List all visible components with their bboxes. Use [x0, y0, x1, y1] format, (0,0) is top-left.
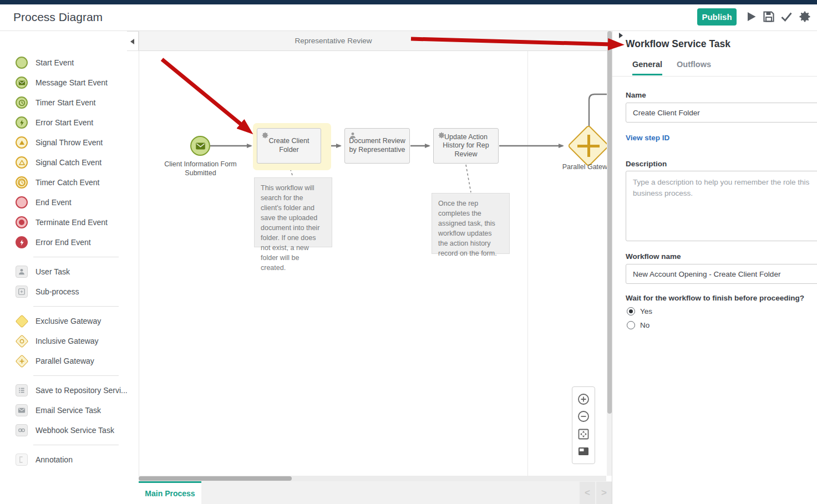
canvas-horizontal-scrollbar[interactable]: [139, 476, 606, 481]
signal-catch-event-icon: [16, 156, 28, 169]
palette-item-signal-catch-event[interactable]: Signal Catch Event: [0, 152, 139, 172]
radio-yes[interactable]: [627, 307, 635, 315]
annotation-update-history[interactable]: Once the rep completes the assigned task…: [432, 193, 510, 254]
terminate-end-event-icon: [16, 216, 28, 228]
zoom-out-icon[interactable]: [577, 410, 590, 423]
palette-item-start-event[interactable]: Start Event: [0, 53, 139, 73]
user-task-icon: [16, 266, 28, 278]
validate-icon[interactable]: [780, 10, 793, 23]
publish-button[interactable]: Publish: [697, 8, 737, 26]
palette-item-message-start-event[interactable]: Message Start Event: [0, 73, 139, 93]
palette-item-timer-catch-event[interactable]: Timer Catch Event: [0, 172, 139, 192]
properties-panel: Workflow Service Task General Outflows N…: [612, 31, 817, 504]
shape-palette: Start Event Message Start Event Timer St…: [0, 31, 139, 504]
error-start-event-icon: [16, 116, 28, 129]
palette-item-error-end-event[interactable]: Error End Event: [0, 232, 139, 252]
name-label: Name: [626, 91, 646, 99]
palette-item-user-task[interactable]: User Task: [0, 262, 139, 282]
task-create-client-folder[interactable]: Create Client Folder: [257, 128, 321, 164]
process-tab-bar: Main Process < >: [139, 481, 612, 504]
sub-process-icon: [16, 286, 28, 298]
task-update-action-history[interactable]: Update Action History for Rep Review: [433, 128, 499, 164]
exclusive-gateway-icon: [15, 314, 28, 328]
connector-layer: [139, 31, 612, 476]
palette-divider: [33, 375, 119, 376]
canvas-vertical-scrollbar[interactable]: [607, 31, 612, 476]
description-placeholder: Type a description to help you remember …: [633, 177, 817, 188]
palette-divider: [33, 445, 119, 445]
horizontal-scroll-thumb[interactable]: [139, 476, 292, 481]
palette-item-signal-throw-event[interactable]: Signal Throw Event: [0, 133, 139, 152]
description-textarea[interactable]: Type a description to help you remember …: [626, 171, 817, 241]
user-task-person-icon: [349, 131, 357, 139]
message-start-event-icon: [16, 77, 28, 89]
wait-option-yes[interactable]: Yes: [627, 307, 652, 315]
signal-throw-event-icon: [16, 136, 28, 149]
vertical-scroll-thumb[interactable]: [607, 31, 612, 414]
error-end-event-icon: [16, 236, 28, 248]
inclusive-gateway-icon: [15, 334, 28, 348]
parallel-gateway-label: Parallel Gateway: [547, 162, 612, 171]
tab-outflows[interactable]: Outflows: [677, 60, 711, 75]
start-event-icon: [16, 57, 28, 69]
collapse-palette-button[interactable]: [127, 31, 139, 51]
wait-option-no[interactable]: No: [627, 321, 649, 329]
lane-title: Representative Review: [139, 31, 527, 51]
save-to-repository-icon: [16, 384, 28, 396]
zoom-controls: [572, 386, 595, 464]
name-input[interactable]: [626, 103, 817, 123]
palette-item-error-start-event[interactable]: Error Start Event: [0, 113, 139, 133]
end-event-icon: [16, 196, 28, 208]
annotation-create-folder[interactable]: This workflow will search for the client…: [254, 177, 332, 247]
palette-item-end-event[interactable]: End Event: [0, 192, 139, 212]
start-event-label: Client Information Form Submitted: [160, 160, 241, 178]
timer-catch-event-icon: [16, 176, 28, 189]
palette-item-timer-start-event[interactable]: Timer Start Event: [0, 93, 139, 113]
view-step-id-link[interactable]: View step ID: [626, 134, 669, 142]
panel-title: Workflow Service Task: [626, 38, 730, 50]
service-task-gear-icon: [261, 131, 269, 139]
collapse-panel-icon[interactable]: [618, 32, 623, 39]
lane-header: Representative Review: [139, 31, 607, 51]
webhook-service-icon: [16, 424, 28, 436]
workflow-name-label: Workflow name: [626, 252, 681, 261]
palette-item-parallel-gateway[interactable]: Parallel Gateway: [0, 351, 139, 371]
palette-divider: [33, 257, 119, 257]
lane-divider: [527, 31, 528, 476]
palette-item-inclusive-gateway[interactable]: Inclusive Gateway: [0, 331, 139, 351]
fit-view-icon[interactable]: [577, 427, 590, 441]
email-service-icon: [16, 404, 28, 416]
wait-question-label: Wait for the workflow to finish before p…: [626, 294, 804, 302]
timer-start-event-icon: [16, 96, 28, 109]
palette-item-annotation[interactable]: Annotation: [0, 450, 139, 470]
tab-main-process[interactable]: Main Process: [139, 481, 201, 504]
page-title: Process Diagram: [13, 11, 103, 24]
run-icon[interactable]: [744, 10, 758, 23]
tab-general[interactable]: General: [632, 60, 662, 75]
palette-item-email-service[interactable]: Email Service Task: [0, 400, 139, 420]
panel-tabs: General Outflows: [632, 60, 711, 75]
annotation-icon: [16, 454, 28, 466]
task-document-review[interactable]: Document Review by Representative: [344, 128, 410, 164]
settings-icon[interactable]: [798, 10, 811, 23]
tab-scroll-left-button[interactable]: <: [580, 482, 595, 504]
tab-scroll-right-button[interactable]: >: [596, 482, 612, 504]
workflow-name-input[interactable]: [626, 264, 817, 284]
minimap-icon[interactable]: [577, 445, 590, 458]
palette-item-sub-process[interactable]: Sub-process: [0, 282, 139, 302]
diagram-canvas[interactable]: Representative Review Client Information…: [139, 31, 612, 476]
panel-tab-divider: [612, 76, 817, 77]
palette-item-exclusive-gateway[interactable]: Exclusive Gateway: [0, 311, 139, 331]
palette-divider: [33, 306, 119, 307]
parallel-gateway-node[interactable]: [567, 125, 610, 167]
zoom-in-icon[interactable]: [577, 393, 590, 406]
radio-no[interactable]: [627, 321, 635, 329]
palette-item-terminate-end-event[interactable]: Terminate End Event: [0, 212, 139, 232]
message-start-event-node[interactable]: [190, 136, 210, 156]
top-navy-strip: [0, 0, 817, 4]
parallel-gateway-icon: [15, 354, 28, 368]
palette-item-save-to-repository[interactable]: Save to Repository Servi...: [0, 380, 139, 400]
app-header: Process Diagram Publish: [0, 4, 817, 31]
save-icon[interactable]: [762, 10, 775, 23]
palette-item-webhook-service[interactable]: Webhook Service Task: [0, 420, 139, 440]
